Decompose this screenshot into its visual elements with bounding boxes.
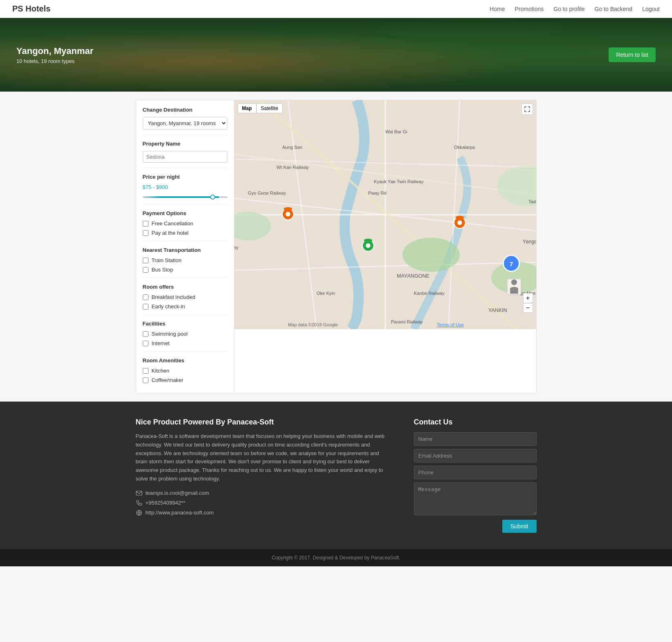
zoom-in-button[interactable]: +	[523, 293, 533, 303]
svg-point-45	[511, 279, 517, 285]
nav-link-logout[interactable]: Logout	[642, 6, 660, 12]
hero-subtitle: 10 hotels, 19 room types	[16, 58, 93, 64]
main-content: Change Destination Yangon, Myanmar, 19 r…	[136, 100, 537, 393]
contact-name-input[interactable]	[414, 432, 537, 446]
coffee-maker-checkbox[interactable]	[143, 377, 148, 383]
property-name-input[interactable]	[143, 151, 227, 163]
internet-checkbox[interactable]	[143, 341, 148, 346]
svg-text:Map data ©2018 Google: Map data ©2018 Google	[288, 322, 338, 327]
facility-swimming: Swimming pool	[143, 331, 227, 337]
payment-options-label: Payment Options	[143, 210, 227, 216]
map-zoom-controls: + −	[523, 293, 533, 313]
free-cancellation-checkbox[interactable]	[143, 221, 148, 227]
amenity-coffee: Coffee/maker	[143, 377, 227, 383]
phone-icon	[136, 500, 142, 506]
svg-text:Tadalay: Tadalay	[528, 199, 536, 204]
destination-select[interactable]: Yangon, Myanmar, 19 rooms	[143, 117, 227, 130]
email-icon	[136, 490, 142, 496]
svg-text:YANKIN: YANKIN	[488, 308, 507, 313]
contact-form: Submit	[414, 432, 537, 533]
contact-message-input[interactable]	[414, 483, 537, 515]
early-checkin-label: Early check-in	[152, 303, 185, 310]
svg-text:Yangon: Yangon	[523, 239, 536, 245]
price-slider[interactable]	[143, 196, 227, 198]
change-destination-label: Change Destination	[143, 107, 227, 113]
svg-rect-46	[136, 491, 142, 495]
svg-text:Okkalarpa: Okkalarpa	[454, 145, 475, 150]
pay-at-hotel-checkbox[interactable]	[143, 230, 148, 236]
map-container: Map Satellite	[234, 100, 536, 329]
nav-item-profile[interactable]: Go to profile	[553, 6, 584, 12]
payment-option-pay-hotel: Pay at the hotel	[143, 230, 227, 236]
copyright-text: Copyright © 2017. Designed & Developed b…	[272, 555, 400, 561]
bus-stop-checkbox[interactable]	[143, 267, 148, 273]
svg-point-10	[402, 238, 460, 272]
amenity-kitchen: Kitchen	[143, 368, 227, 374]
coffee-maker-label: Coffee/maker	[152, 377, 184, 383]
facilities-label: Facilities	[143, 321, 227, 327]
transport-bus: Bus Stop	[143, 267, 227, 273]
room-amenities-label: Room Amenities	[143, 357, 227, 364]
hero-text: Yangon, Myanmar 10 hotels, 19 room types	[16, 46, 93, 64]
footer-inner: Nice Product Powered By Panacea-Soft Pan…	[136, 418, 537, 533]
footer-phone: +95925409942**	[146, 500, 185, 506]
pay-at-hotel-label: Pay at the hotel	[152, 230, 189, 236]
kitchen-checkbox[interactable]	[143, 368, 148, 374]
map-tab-button[interactable]: Map	[238, 103, 256, 113]
sidebar: Change Destination Yangon, Myanmar, 19 r…	[136, 100, 234, 393]
svg-text:Wai Bar Gi: Wai Bar Gi	[385, 129, 407, 134]
svg-text:Tha Mine Railway: Tha Mine Railway	[234, 245, 238, 250]
internet-label: Internet	[152, 340, 170, 346]
nav-link-backend[interactable]: Go to Backend	[595, 6, 633, 12]
contact-email-input[interactable]	[414, 449, 537, 462]
hero-section: Yangon, Myanmar 10 hotels, 19 room types…	[0, 18, 672, 92]
train-station-checkbox[interactable]	[143, 258, 148, 263]
svg-point-34	[285, 212, 290, 216]
nav-menu: Home Promotions Go to profile Go to Back…	[490, 6, 660, 12]
return-to-list-button[interactable]: Return to list	[609, 47, 656, 62]
nav-link-profile[interactable]: Go to profile	[553, 6, 584, 12]
svg-text:Oke Kyin: Oke Kyin	[317, 291, 335, 296]
room-offers-label: Room offers	[143, 284, 227, 290]
early-checkin-checkbox[interactable]	[143, 304, 148, 310]
contact-phone-input[interactable]	[414, 466, 537, 479]
footer-phone-item: +95925409942**	[136, 500, 389, 506]
footer-email: teamps.is.cool@gmail.com	[146, 490, 209, 496]
nav-item-home[interactable]: Home	[490, 6, 505, 12]
nav-item-logout[interactable]: Logout	[642, 6, 660, 12]
map-svg: INSEIN MAYANGONE Yangon YANKIN Tadalay G…	[234, 100, 536, 329]
hero-location: Yangon, Myanmar	[16, 46, 93, 56]
swimming-pool-checkbox[interactable]	[143, 331, 148, 337]
payment-option-free-cancellation: Free Cancellation	[143, 220, 227, 227]
price-per-night-label: Price per night	[143, 174, 227, 180]
kitchen-label: Kitchen	[152, 368, 169, 374]
footer-right-heading: Contact Us	[414, 418, 537, 427]
satellite-tab-button[interactable]: Satellite	[256, 103, 283, 113]
footer-website-item: http://www.panacea-soft.com	[136, 510, 389, 516]
navbar: PS Hotels Home Promotions Go to profile …	[0, 0, 672, 18]
hero-background	[0, 18, 672, 92]
map-tab-controls: Map Satellite	[238, 103, 283, 113]
svg-text:Pway Rd: Pway Rd	[368, 191, 387, 195]
svg-text:MAYANGONE: MAYANGONE	[397, 273, 429, 279]
nav-item-promotions[interactable]: Promotions	[515, 6, 544, 12]
swimming-pool-label: Swimming pool	[152, 331, 188, 337]
nav-item-backend[interactable]: Go to Backend	[595, 6, 633, 12]
nav-link-home[interactable]: Home	[490, 6, 505, 12]
property-name-label: Property Name	[143, 141, 227, 147]
nearest-transport-label: Nearest Transportation	[143, 247, 227, 253]
svg-point-38	[457, 220, 462, 225]
zoom-out-button[interactable]: −	[523, 303, 533, 313]
svg-text:Terms of Use: Terms of Use	[437, 322, 464, 327]
brand: PS Hotels	[12, 4, 50, 13]
nav-link-promotions[interactable]: Promotions	[515, 6, 544, 12]
offer-early-checkin: Early check-in	[143, 303, 227, 310]
svg-text:Gyo Gone Railway: Gyo Gone Railway	[248, 191, 286, 195]
footer-right: Contact Us Submit	[414, 418, 537, 533]
map-expand-button[interactable]	[521, 103, 533, 115]
breakfast-included-label: Breakfast included	[152, 294, 196, 300]
transport-train: Train Station	[143, 257, 227, 263]
submit-button[interactable]: Submit	[502, 520, 537, 533]
breakfast-included-checkbox[interactable]	[143, 294, 148, 300]
footer-body-text: Panacea-Soft is a software development t…	[136, 432, 389, 483]
